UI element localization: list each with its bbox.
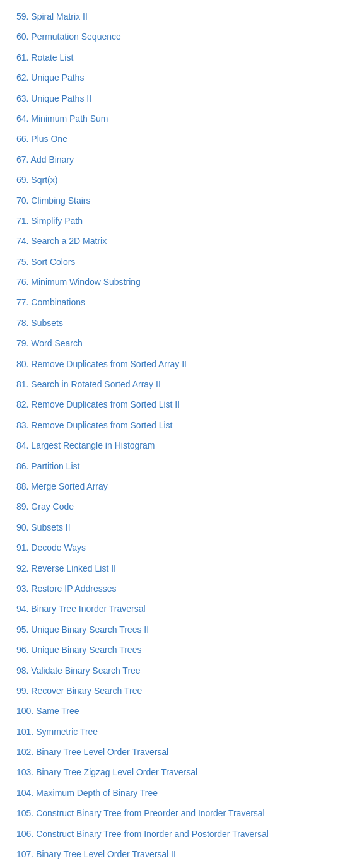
list-item[interactable]: 108. Convert Sorted Array to Binary Sear… — [13, 864, 332, 868]
list-item[interactable]: 105. Construct Binary Tree from Preorder… — [13, 803, 332, 823]
list-item[interactable]: 71. Simplify Path — [13, 211, 332, 231]
list-item[interactable]: 82. Remove Duplicates from Sorted List I… — [13, 394, 332, 414]
list-item[interactable]: 74. Search a 2D Matrix — [13, 231, 332, 251]
list-item[interactable]: 79. Word Search — [13, 333, 332, 353]
list-item[interactable]: 98. Validate Binary Search Tree — [13, 660, 332, 681]
list-item[interactable]: 90. Subsets II — [13, 517, 332, 537]
problem-list: 59. Spiral Matrix II60. Permutation Sequ… — [13, 6, 332, 868]
list-item[interactable]: 61. Rotate List — [13, 47, 332, 67]
list-item[interactable]: 64. Minimum Path Sum — [13, 108, 332, 129]
list-item[interactable]: 91. Decode Ways — [13, 537, 332, 558]
list-item[interactable]: 94. Binary Tree Inorder Traversal — [13, 599, 332, 619]
list-item[interactable]: 60. Permutation Sequence — [13, 26, 332, 47]
list-item[interactable]: 77. Combinations — [13, 292, 332, 312]
list-item[interactable]: 88. Merge Sorted Array — [13, 476, 332, 496]
list-item[interactable]: 103. Binary Tree Zigzag Level Order Trav… — [13, 762, 332, 782]
list-item[interactable]: 67. Add Binary — [13, 150, 332, 170]
list-item[interactable]: 101. Symmetric Tree — [13, 722, 332, 742]
list-item[interactable]: 80. Remove Duplicates from Sorted Array … — [13, 354, 332, 374]
list-item[interactable]: 106. Construct Binary Tree from Inorder … — [13, 824, 332, 844]
list-item[interactable]: 102. Binary Tree Level Order Traversal — [13, 742, 332, 762]
list-item[interactable]: 76. Minimum Window Substring — [13, 272, 332, 292]
list-item[interactable]: 84. Largest Rectangle in Histogram — [13, 435, 332, 455]
list-item[interactable]: 104. Maximum Depth of Binary Tree — [13, 783, 332, 803]
list-item[interactable]: 83. Remove Duplicates from Sorted List — [13, 415, 332, 435]
list-item[interactable]: 59. Spiral Matrix II — [13, 6, 332, 26]
list-item[interactable]: 93. Restore IP Addresses — [13, 578, 332, 599]
list-item[interactable]: 78. Subsets — [13, 313, 332, 333]
list-item[interactable]: 89. Gray Code — [13, 496, 332, 517]
list-item[interactable]: 62. Unique Paths — [13, 67, 332, 88]
list-item[interactable]: 70. Climbing Stairs — [13, 191, 332, 211]
list-item[interactable]: 107. Binary Tree Level Order Traversal I… — [13, 844, 332, 864]
list-item[interactable]: 75. Sort Colors — [13, 252, 332, 272]
list-item[interactable]: 92. Reverse Linked List II — [13, 558, 332, 578]
list-item[interactable]: 69. Sqrt(x) — [13, 170, 332, 190]
list-item[interactable]: 95. Unique Binary Search Trees II — [13, 619, 332, 640]
list-item[interactable]: 63. Unique Paths II — [13, 88, 332, 108]
list-item[interactable]: 66. Plus One — [13, 129, 332, 149]
list-item[interactable]: 99. Recover Binary Search Tree — [13, 681, 332, 701]
list-item[interactable]: 81. Search in Rotated Sorted Array II — [13, 374, 332, 394]
list-item[interactable]: 100. Same Tree — [13, 701, 332, 721]
list-item[interactable]: 96. Unique Binary Search Trees — [13, 640, 332, 660]
list-item[interactable]: 86. Partition List — [13, 456, 332, 476]
